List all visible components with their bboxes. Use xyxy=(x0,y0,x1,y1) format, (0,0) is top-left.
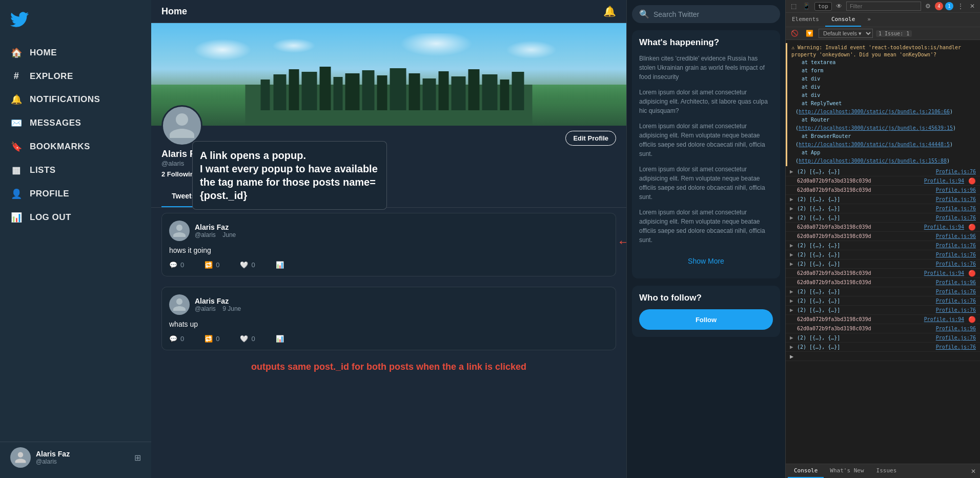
reply-action-2[interactable]: 💬 0 xyxy=(169,335,184,343)
trending-item-3: Lorem ipsum dolor sit amet consectetur a… xyxy=(639,122,773,158)
log-link-14[interactable]: Profile.js:76 xyxy=(936,289,976,294)
devtools-more-button[interactable]: ⋮ xyxy=(955,2,966,11)
log-expand-20[interactable]: ▶ xyxy=(790,344,795,350)
devtools-bottom-tab-issues[interactable]: Issues xyxy=(870,464,903,478)
devtools-levels-select[interactable]: Default levels ▾ xyxy=(819,29,873,38)
tweet-avatar-1 xyxy=(169,221,190,241)
log-link-5[interactable]: Profile.js:76 xyxy=(936,206,976,211)
sidebar-item-home[interactable]: 🏠 HOME xyxy=(0,41,151,65)
log-link-17[interactable]: Profile.js:94 xyxy=(924,316,964,322)
log-link-20[interactable]: Profile.js:76 xyxy=(936,344,976,350)
tweet-handle-2: @alaris xyxy=(195,305,216,312)
reply-action-1[interactable]: 💬 0 xyxy=(169,261,184,269)
log-expand-5[interactable]: ▶ xyxy=(790,205,795,212)
log-expand-6[interactable]: ▶ xyxy=(790,214,795,221)
devtools-console-content: ⚠ Warning: Invalid event 'react-tooldevt… xyxy=(786,40,980,464)
log-row-4: ▶ (2) [{…}, {…}] Profile.js:76 xyxy=(786,195,980,204)
show-more-button[interactable]: Show More xyxy=(639,251,773,271)
log-link-8[interactable]: Profile.js:96 xyxy=(936,233,976,239)
svg-rect-3 xyxy=(289,69,299,110)
user-profile-bottom[interactable]: Alaris Faz @alaris ⊞ xyxy=(0,442,151,473)
log-row-8: 62d0a072b9fa3bd3198c039d Profile.js:96 xyxy=(786,232,980,241)
like-action-2[interactable]: 🤍 0 xyxy=(240,335,255,343)
log-link-9[interactable]: Profile.js:76 xyxy=(936,243,976,248)
log-expand-10[interactable]: ▶ xyxy=(790,251,795,258)
more-options-icon[interactable]: ⊞ xyxy=(134,453,141,463)
home-icon: 🏠 xyxy=(10,47,23,58)
log-text-16: (2) [{…}, {…}] xyxy=(797,307,934,313)
tweet-content-1: hows it going xyxy=(169,245,608,256)
devtools-top-label[interactable]: top xyxy=(814,2,832,11)
follow-button-placeholder[interactable]: Follow xyxy=(639,309,773,330)
tweet-avatar-2 xyxy=(169,294,190,315)
retweet-action-2[interactable]: 🔁 0 xyxy=(205,335,219,343)
devtools-filter-toggle[interactable]: 🔽 xyxy=(804,29,815,38)
mail-icon: ✉️ xyxy=(10,117,23,129)
analytics-action-2[interactable]: 📊 xyxy=(276,335,284,343)
devtools-eye-button[interactable]: 👁 xyxy=(834,2,844,11)
city-skyline-svg xyxy=(151,64,626,126)
log-expand-15[interactable]: ▶ xyxy=(790,297,795,304)
like-action-1[interactable]: 🤍 0 xyxy=(240,261,255,269)
log-text-1: (2) [{…}, {…}] xyxy=(797,169,934,174)
sidebar-item-notifications[interactable]: 🔔 NOTIFICATIONS xyxy=(0,88,151,111)
devtools-tab-elements[interactable]: Elements xyxy=(786,13,825,27)
analytics-action-1[interactable]: 📊 xyxy=(276,261,284,269)
edit-profile-button[interactable]: Edit Profile xyxy=(565,131,616,146)
devtools-bottom-tab-whatsnew[interactable]: What's New xyxy=(824,464,870,478)
tweet-handle-date-2: @alaris 9 June xyxy=(195,305,608,312)
devtools-bottom-tab-console[interactable]: Console xyxy=(788,464,824,478)
log-link-11[interactable]: Profile.js:76 xyxy=(936,261,976,267)
log-row-9: ▶ (2) [{…}, {…}] Profile.js:76 xyxy=(786,241,980,250)
log-expand-4[interactable]: ▶ xyxy=(790,196,795,203)
header-bell-icon[interactable]: 🔔 xyxy=(603,5,616,17)
log-link-15[interactable]: Profile.js:76 xyxy=(936,298,976,304)
log-link-16[interactable]: Profile.js:76 xyxy=(936,307,976,313)
devtools-tab-more[interactable]: » xyxy=(861,13,877,27)
sidebar-item-lists[interactable]: ▦ LISTS xyxy=(0,158,151,182)
log-link-3[interactable]: Profile.js:96 xyxy=(936,187,976,193)
sidebar-item-logout[interactable]: 📊 LOG OUT xyxy=(0,206,151,229)
log-expand-14[interactable]: ▶ xyxy=(790,288,795,295)
log-expand-1[interactable]: ▶ xyxy=(790,168,795,175)
stack-link-browserrouter[interactable]: http://localhost:3000/static/js/bundle.j… xyxy=(799,142,950,147)
devtools-bottom-close[interactable]: ✕ xyxy=(969,467,978,476)
sidebar-item-explore[interactable]: # EXPLORE xyxy=(0,65,151,88)
retweet-action-1[interactable]: 🔁 0 xyxy=(205,261,219,269)
heart-icon-2: 🤍 xyxy=(240,335,248,343)
log-link-7[interactable]: Profile.js:94 xyxy=(924,224,964,230)
devtools-tab-console[interactable]: Console xyxy=(825,13,861,27)
devtools-device-button[interactable]: 📱 xyxy=(801,2,812,11)
sidebar-item-profile[interactable]: 👤 PROFILE xyxy=(0,182,151,206)
sidebar-item-messages[interactable]: ✉️ MESSAGES xyxy=(0,111,151,135)
like-count-2: 0 xyxy=(251,335,255,343)
log-expand-11[interactable]: ▶ xyxy=(790,261,795,267)
devtools-bottom-close-button[interactable]: ✕ xyxy=(969,467,978,476)
devtools-settings-button[interactable]: ⚙ xyxy=(923,2,933,11)
log-link-12[interactable]: Profile.js:94 xyxy=(924,270,964,276)
log-expand-19[interactable]: ▶ xyxy=(790,334,795,341)
log-link-18[interactable]: Profile.js:96 xyxy=(936,326,976,331)
log-link-6[interactable]: Profile.js:76 xyxy=(936,215,976,221)
tweet-card-2: Alaris Faz @alaris 9 June whats up 💬 0 🔁… xyxy=(161,287,616,350)
log-link-19[interactable]: Profile.js:76 xyxy=(936,335,976,341)
search-input[interactable] xyxy=(654,10,773,18)
log-arrow-17: 🔴 xyxy=(968,316,976,323)
log-row-19: ▶ (2) [{…}, {…}] Profile.js:76 xyxy=(786,333,980,343)
log-link-10[interactable]: Profile.js:76 xyxy=(936,252,976,257)
stack-link-app[interactable]: http://localhost:3000/static/js/bundle.j… xyxy=(799,158,947,164)
user-handle-bottom: @alaris xyxy=(36,458,129,465)
log-link-4[interactable]: Profile.js:76 xyxy=(936,196,976,202)
log-link-1[interactable]: Profile.js:76 xyxy=(936,169,976,174)
sidebar-item-bookmarks[interactable]: 🔖 BOOKMARKS xyxy=(0,135,151,158)
log-expand-9[interactable]: ▶ xyxy=(790,242,795,249)
devtools-filter-input[interactable] xyxy=(846,2,921,11)
stack-link-replytweet[interactable]: http://localhost:3000/static/js/bundle.j… xyxy=(799,109,950,114)
stack-link-router[interactable]: http://localhost:3000/static/js/bundle.j… xyxy=(799,125,953,131)
devtools-close-button[interactable]: ✕ xyxy=(968,2,977,11)
log-expand-16[interactable]: ▶ xyxy=(790,307,795,313)
devtools-inspect-button[interactable]: ⬚ xyxy=(789,2,799,11)
log-link-13[interactable]: Profile.js:96 xyxy=(936,280,976,285)
devtools-clear-button[interactable]: 🚫 xyxy=(789,29,801,38)
log-link-2[interactable]: Profile.js:94 xyxy=(924,178,964,184)
